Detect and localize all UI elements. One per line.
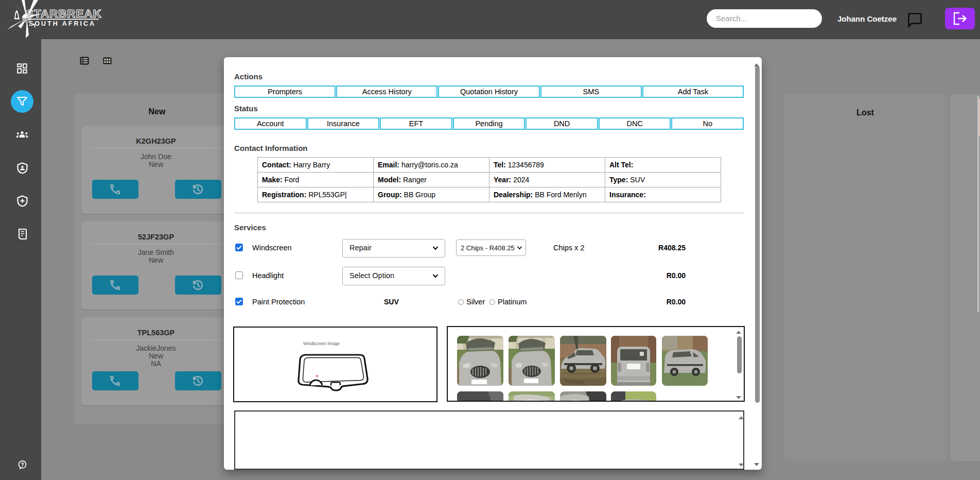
svg-text:SOUTH AFRICA: SOUTH AFRICA	[29, 20, 96, 27]
svg-text:STARBREAK: STARBREAK	[26, 7, 102, 20]
svg-text:?: ?	[21, 461, 24, 468]
